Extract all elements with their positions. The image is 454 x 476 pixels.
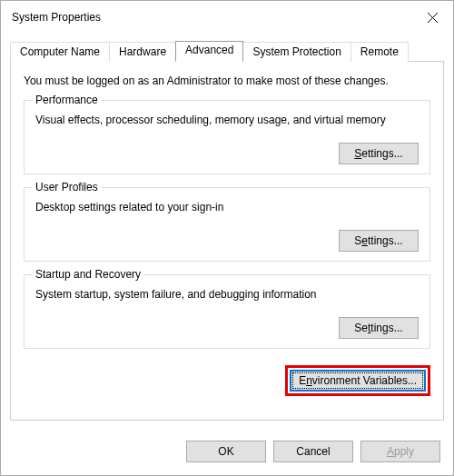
startup-settings-button[interactable]: Settings...	[339, 317, 419, 339]
env-variables-row: Environment Variables...	[24, 365, 430, 396]
user-profiles-settings-button[interactable]: Settings...	[339, 230, 419, 252]
close-button[interactable]	[411, 1, 453, 34]
tab-computer-name[interactable]: Computer Name	[10, 42, 110, 62]
group-performance-desc: Visual effects, processor scheduling, me…	[35, 114, 419, 126]
tab-system-protection[interactable]: System Protection	[242, 42, 350, 62]
tab-remote[interactable]: Remote	[350, 42, 409, 62]
system-properties-window: System Properties Computer Name Hardware…	[0, 0, 454, 476]
apply-button[interactable]: Apply	[360, 441, 440, 462]
highlight-annotation: Environment Variables...	[285, 365, 430, 396]
group-startup-recovery: Startup and Recovery System startup, sys…	[24, 274, 430, 349]
environment-variables-button[interactable]: Environment Variables...	[290, 370, 426, 392]
dialog-button-row: OK Cancel Apply	[1, 430, 453, 475]
cancel-button[interactable]: Cancel	[273, 441, 353, 462]
tab-advanced[interactable]: Advanced	[175, 41, 243, 62]
content-area: Computer Name Hardware Advanced System P…	[1, 34, 453, 430]
admin-intro-text: You must be logged on as an Administrato…	[24, 74, 430, 87]
group-performance-legend: Performance	[32, 94, 102, 106]
tabstrip: Computer Name Hardware Advanced System P…	[10, 42, 444, 62]
group-startup-legend: Startup and Recovery	[32, 268, 144, 281]
tab-hardware[interactable]: Hardware	[109, 42, 176, 62]
group-user-profiles-desc: Desktop settings related to your sign-in	[35, 201, 419, 213]
group-user-profiles-legend: User Profiles	[32, 181, 102, 193]
group-user-profiles: User Profiles Desktop settings related t…	[24, 187, 430, 262]
performance-settings-button[interactable]: Settings...	[339, 143, 419, 164]
window-title: System Properties	[12, 11, 101, 24]
group-startup-desc: System startup, system failure, and debu…	[35, 288, 419, 301]
group-performance: Performance Visual effects, processor sc…	[24, 100, 430, 174]
close-icon	[428, 13, 438, 23]
tab-page-advanced: You must be logged on as an Administrato…	[10, 61, 444, 421]
ok-button[interactable]: OK	[186, 441, 266, 462]
titlebar: System Properties	[1, 1, 453, 34]
